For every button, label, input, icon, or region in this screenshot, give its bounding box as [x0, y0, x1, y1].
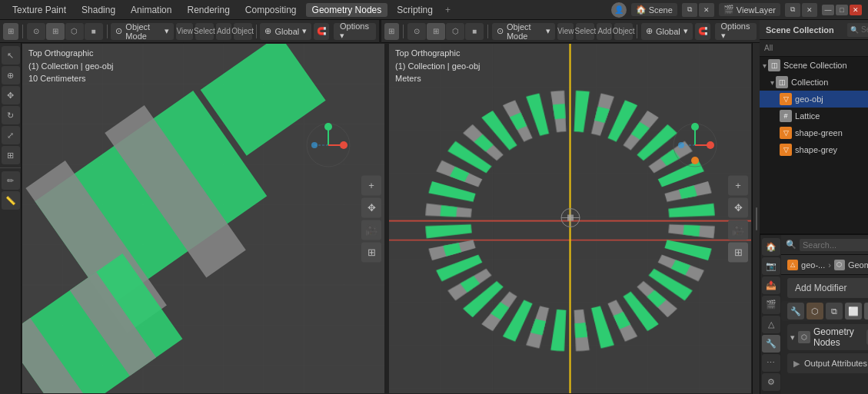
window-minimize[interactable]: — [822, 5, 834, 15]
modifier-icon-4[interactable]: ⬜ [845, 303, 862, 320]
mode-icon-right: ⊙ [497, 26, 504, 36]
grid-left[interactable]: ⊞ [361, 242, 381, 262]
outliner-item-geo-obj[interactable]: ▽ geo-obj 🔧 ⊟ 👁 📷 [760, 91, 868, 108]
copy-window-button[interactable]: ⧉ [682, 3, 697, 17]
svg-text:Y: Y [326, 124, 331, 131]
left-viewport-side-tools: + ✥ 🎥 ⊞ [361, 175, 381, 262]
zoom-in-left[interactable]: + [361, 175, 381, 195]
select-btn-right[interactable]: Select [576, 23, 594, 40]
modifier-icon-3[interactable]: ⧉ [826, 303, 843, 320]
add-modifier-btn[interactable]: Add Modifier ▾ [787, 278, 868, 298]
grab-left[interactable]: ✥ [361, 197, 381, 217]
mode-icon-left: ⊙ [115, 26, 122, 36]
outliner-item-scene-collection[interactable]: ▾ ◫ Scene Collection 👁 📷 [760, 57, 868, 74]
overlay-grid[interactable]: ⊞ [46, 23, 65, 40]
magnet-btn-right[interactable]: 🧲 [695, 23, 710, 40]
transform-dropdown-right[interactable]: ⊕ Global [641, 23, 693, 40]
mode-dropdown-left[interactable]: ⊙ Object Mode [111, 23, 174, 40]
panel-resize-handle[interactable] [752, 43, 760, 394]
object-btn-left[interactable]: Object [234, 23, 252, 40]
props-tab-scene[interactable]: 🏠 [762, 238, 780, 256]
zoom-in-right[interactable]: + [728, 175, 748, 195]
grid-right[interactable]: ⊞ [728, 242, 748, 262]
mode-dropdown-right[interactable]: ⊙ Object Mode [492, 23, 555, 40]
magnet-btn-left[interactable]: 🧲 [314, 23, 329, 40]
left-viewport-toggle[interactable]: ⊞ [3, 23, 18, 40]
left-tools: ↖ ⊕ ✥ ↻ ⤢ ⊞ ✏ 📏 [0, 43, 22, 394]
menu-shading[interactable]: Shading [75, 3, 121, 17]
tool-measure[interactable]: 📏 [2, 191, 20, 210]
overlay-solid-right[interactable]: ■ [465, 23, 484, 40]
view-btn-right[interactable]: View [557, 23, 574, 40]
outliner-item-shape-grey[interactable]: ▽ shape-grey 🔧 👁 📷 [760, 141, 868, 158]
tool-annotate[interactable]: ✏ [2, 171, 20, 190]
props-search-input[interactable] [800, 239, 868, 251]
viewlayer-close-button[interactable]: ✕ [802, 3, 817, 17]
overlay-grid-right[interactable]: ⊞ [427, 23, 445, 40]
add-btn-left[interactable]: Add [216, 23, 231, 40]
view-btn-left[interactable]: View [176, 23, 193, 40]
modifier-icon-1[interactable]: 🔧 [787, 303, 804, 320]
camera-left[interactable]: 🎥 [361, 220, 381, 240]
add-workspace-button[interactable]: + [442, 3, 454, 17]
left-viewport[interactable]: Y Top Orthographic (1) Collection | geo-… [22, 43, 385, 394]
object-btn-right[interactable]: Object [614, 23, 633, 40]
overlay-wire-right[interactable]: ⬡ [446, 23, 464, 40]
options-btn-left[interactable]: Options ▾ [334, 23, 376, 40]
props-tab-output[interactable]: 📤 [762, 276, 780, 294]
props-breadcrumb: △ geo-... › ⬡ GeometryN... ✕ [781, 255, 868, 275]
output-attributes-section: ▶ Output Attributes [787, 353, 868, 373]
viewports-split: ↖ ⊕ ✥ ↻ ⤢ ⊞ ✏ 📏 [0, 43, 760, 394]
menu-animation[interactable]: Animation [125, 3, 178, 17]
add-btn-right[interactable]: Add [597, 23, 612, 40]
menu-scripting[interactable]: Scripting [391, 3, 439, 17]
modifier-expand-icon[interactable]: ▾ [790, 333, 795, 343]
overlay-wire[interactable]: ⬡ [65, 23, 84, 40]
menu-texture-paint[interactable]: Texture Paint [6, 3, 72, 17]
outliner-item-shape-green[interactable]: ▽ shape-green 🔧 👁 📷 [760, 124, 868, 141]
viewlayer-copy-button[interactable]: ⧉ [785, 3, 800, 17]
modifier-icon-2[interactable]: ⬡ [806, 303, 823, 320]
scene-selector[interactable]: 🏠 Scene [631, 3, 677, 16]
tool-cursor[interactable]: ⊕ [2, 66, 20, 84]
window-close[interactable]: ✕ [850, 5, 862, 15]
transform-label-left: Global [274, 27, 299, 36]
transform-dropdown-left[interactable]: ⊕ Global [260, 23, 311, 40]
props-tab-physics[interactable]: ⚙ [762, 373, 780, 391]
scene-icon: 🏠 [636, 5, 647, 15]
shape-grey-label: shape-grey [795, 145, 868, 154]
right-viewport-info: Top Orthographic (1) Collection | geo-ob… [395, 47, 480, 85]
grab-right[interactable]: ✥ [728, 197, 748, 217]
select-btn-left[interactable]: Select [195, 23, 214, 40]
menu-compositing[interactable]: Compositing [239, 3, 303, 17]
viewlayer-selector[interactable]: 🎬 ViewLayer [719, 3, 780, 16]
props-tab-object[interactable]: △ [762, 316, 780, 333]
camera-right[interactable]: 🎥 [728, 220, 748, 240]
tool-transform[interactable]: ⊞ [2, 146, 20, 164]
menu-rendering[interactable]: Rendering [181, 3, 235, 17]
outliner-item-lattice[interactable]: # Lattice 👁 📷 [760, 108, 868, 124]
props-tab-view[interactable]: 🎬 [762, 296, 780, 313]
overlay-circles[interactable]: ⊙ [27, 23, 45, 40]
menu-geometry-nodes[interactable]: Geometry Nodes [306, 3, 388, 17]
right-viewport[interactable]: Y Top Orthographic (1) Collection | geo-… [388, 43, 752, 394]
close-window-button[interactable]: ✕ [699, 3, 714, 17]
tool-rotate[interactable]: ↻ [2, 106, 20, 124]
tool-select[interactable]: ↖ [2, 46, 20, 65]
props-tab-render[interactable]: 📷 [762, 257, 780, 275]
tool-scale[interactable]: ⤢ [2, 126, 20, 144]
expand-icon-scene: ▾ [763, 61, 767, 70]
output-attributes-header[interactable]: ▶ Output Attributes [787, 353, 868, 373]
props-tab-modifier[interactable]: 🔧 [762, 335, 780, 353]
overlay-circles-right[interactable]: ⊙ [407, 23, 426, 40]
options-btn-right[interactable]: Options ▾ [715, 23, 757, 40]
outliner-item-collection[interactable]: ▾ ◫ Collection 👁 📷 [760, 74, 868, 91]
tool-move[interactable]: ✥ [2, 86, 20, 104]
right-viewport-toggle[interactable]: ⊞ [384, 23, 400, 40]
modifier-icon-5[interactable]: ⊞ [864, 303, 868, 320]
outliner-inner: Scene Collection 🔍 Search ⊞ All ⊞ [760, 20, 868, 233]
props-tab-particles[interactable]: ⋯ [762, 354, 780, 372]
outliner-search[interactable]: 🔍 Search [847, 23, 868, 37]
overlay-solid[interactable]: ■ [85, 23, 103, 40]
window-maximize[interactable]: □ [836, 5, 848, 15]
